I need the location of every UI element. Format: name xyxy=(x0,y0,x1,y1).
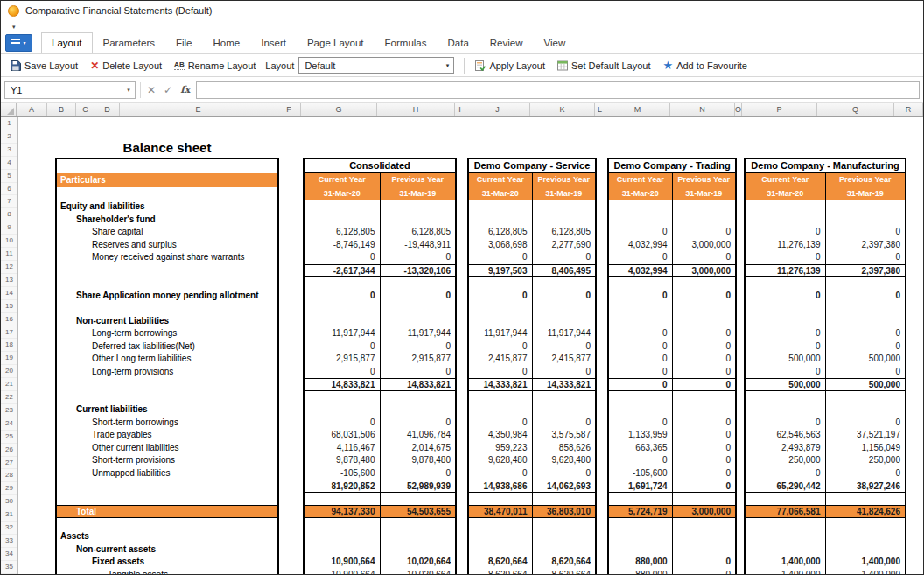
cell[interactable] xyxy=(469,391,533,404)
row-number-21[interactable]: 21 xyxy=(1,378,18,391)
cell[interactable]: 0 xyxy=(746,340,826,354)
cell[interactable] xyxy=(826,214,906,227)
column-header-q[interactable]: Q xyxy=(817,103,894,116)
cell[interactable] xyxy=(826,543,906,557)
date-header[interactable]: 31-Mar-19 xyxy=(381,187,456,201)
period-header[interactable]: Current Year xyxy=(469,173,533,187)
cell[interactable] xyxy=(609,493,673,506)
row-number-23[interactable]: 23 xyxy=(1,404,18,417)
tab-page-layout[interactable]: Page Layout xyxy=(297,32,374,53)
cell[interactable]: 0 xyxy=(746,467,826,480)
cell[interactable] xyxy=(533,530,596,543)
row-label[interactable]: Shareholder's fund xyxy=(57,214,277,227)
tab-view[interactable]: View xyxy=(534,32,577,53)
cell[interactable] xyxy=(826,315,906,328)
row-number-3[interactable]: 3 xyxy=(1,144,18,157)
cell[interactable] xyxy=(673,302,736,315)
cell[interactable] xyxy=(304,200,381,214)
cell[interactable]: 6,128,805 xyxy=(304,226,381,239)
cell[interactable] xyxy=(304,493,381,506)
cell[interactable]: 0 xyxy=(609,251,673,264)
cell[interactable] xyxy=(746,302,826,315)
cell[interactable]: 1,400,000 xyxy=(746,569,826,575)
row-number-1[interactable]: 1 xyxy=(1,117,18,130)
cell[interactable]: 6,128,805 xyxy=(381,226,456,239)
cell[interactable]: 0 xyxy=(469,340,533,354)
cell[interactable]: 11,276,139 xyxy=(746,265,826,277)
cell[interactable] xyxy=(381,200,456,214)
tab-formulas[interactable]: Formulas xyxy=(374,32,438,53)
cell[interactable] xyxy=(609,518,673,531)
cell[interactable]: 0 xyxy=(826,417,906,430)
cell[interactable]: 9,197,503 xyxy=(469,265,533,277)
tab-layout[interactable]: Layout xyxy=(41,32,93,53)
cell[interactable]: 0 xyxy=(381,467,456,480)
cell[interactable]: 0 xyxy=(381,366,456,379)
cell[interactable]: 9,878,480 xyxy=(304,454,381,467)
cell[interactable] xyxy=(609,530,673,543)
cell[interactable]: 0 xyxy=(533,366,596,379)
cell[interactable]: 10,020,664 xyxy=(381,556,456,569)
cell[interactable]: 0 xyxy=(609,379,673,390)
cell[interactable]: 0 xyxy=(381,417,456,430)
cell[interactable]: 0 xyxy=(673,290,736,303)
cell[interactable] xyxy=(746,493,826,506)
cell[interactable]: 500,000 xyxy=(826,353,906,366)
row-label[interactable] xyxy=(57,493,277,506)
cell[interactable]: 4,032,994 xyxy=(609,239,673,252)
cell[interactable] xyxy=(746,200,826,214)
cell[interactable] xyxy=(609,200,673,214)
cell[interactable] xyxy=(381,214,456,227)
cell[interactable]: 11,917,944 xyxy=(304,327,381,340)
row-number-16[interactable]: 16 xyxy=(1,313,18,326)
cell[interactable]: -13,320,106 xyxy=(381,265,456,277)
cell[interactable]: 6,128,805 xyxy=(469,226,533,239)
date-header[interactable]: 31-Mar-19 xyxy=(673,187,736,201)
row-label[interactable] xyxy=(57,518,277,531)
company-header[interactable]: Consolidated xyxy=(304,159,455,172)
period-header[interactable]: Previous Year xyxy=(381,173,456,187)
cell[interactable]: 0 xyxy=(609,454,673,467)
column-header-r[interactable]: R xyxy=(894,103,923,116)
cell[interactable]: 0 xyxy=(533,417,596,430)
cell[interactable]: 3,000,000 xyxy=(673,239,736,252)
cell[interactable]: 0 xyxy=(609,417,673,430)
cell[interactable] xyxy=(533,543,596,557)
cell[interactable]: 62,546,563 xyxy=(746,429,826,442)
cell[interactable]: 1,400,000 xyxy=(826,556,906,569)
company-header[interactable]: Demo Company - Manufacturing xyxy=(746,159,905,172)
cell[interactable] xyxy=(469,493,533,506)
cell[interactable]: 4,032,994 xyxy=(609,265,673,277)
row-number-24[interactable]: 24 xyxy=(1,417,18,431)
add-to-favourite-button[interactable]: ★ Add to Favourite xyxy=(657,54,753,76)
row-label[interactable]: Share Application money pending allotmen… xyxy=(57,290,277,303)
column-header-j[interactable]: J xyxy=(466,103,530,116)
row-label[interactable]: Unmapped liabilities xyxy=(57,467,277,480)
cell[interactable]: 0 xyxy=(673,327,736,340)
cell[interactable]: 4,350,984 xyxy=(469,429,533,442)
cell[interactable]: 68,031,506 xyxy=(304,429,381,442)
period-header[interactable]: Current Year xyxy=(609,173,673,187)
cell[interactable] xyxy=(826,200,906,214)
row-number-29[interactable]: 29 xyxy=(1,482,18,495)
cell[interactable] xyxy=(533,200,596,214)
cell[interactable]: 959,223 xyxy=(469,442,533,455)
cell[interactable] xyxy=(469,200,533,214)
cell[interactable]: 0 xyxy=(304,340,381,354)
row-label[interactable]: Total xyxy=(57,506,277,517)
cell[interactable]: 9,878,480 xyxy=(381,454,456,467)
cell[interactable]: 2,397,380 xyxy=(826,265,906,277)
cell[interactable]: 14,333,821 xyxy=(533,379,596,390)
cell[interactable]: 81,920,852 xyxy=(304,480,381,492)
cell[interactable]: 38,470,011 xyxy=(469,506,533,517)
tab-parameters[interactable]: Parameters xyxy=(93,32,165,53)
cell[interactable]: 1,691,724 xyxy=(609,480,673,492)
cell[interactable] xyxy=(469,543,533,557)
cell[interactable]: 41,824,626 xyxy=(826,506,906,517)
row-number-28[interactable]: 28 xyxy=(1,469,18,482)
cell[interactable]: 3,068,698 xyxy=(469,239,533,252)
cell[interactable]: 0 xyxy=(673,366,736,379)
cell[interactable]: 0 xyxy=(826,340,906,354)
cell[interactable]: 0 xyxy=(673,442,736,455)
cell[interactable] xyxy=(746,214,826,227)
